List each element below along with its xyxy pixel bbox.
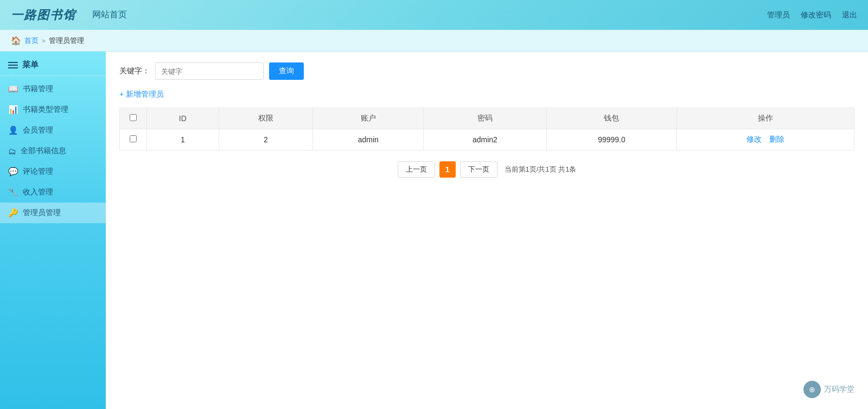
col-checkbox (120, 108, 147, 129)
income-icon: 🔧 (8, 187, 18, 197)
current-page-badge: 1 (439, 161, 456, 178)
books-icon: 📖 (8, 84, 18, 94)
sidebar-item-income-label: 收入管理 (23, 187, 53, 197)
hamburger-icon[interactable] (8, 62, 18, 68)
sidebar-item-comments[interactable]: 💬 评论管理 (0, 161, 106, 182)
row-wallet: 99999.0 (546, 129, 676, 150)
watermark-icon: ⊕ (803, 381, 821, 398)
row-checkbox-cell (120, 129, 147, 150)
sidebar-item-book-types-label: 书籍类型管理 (23, 105, 68, 115)
sidebar-item-all-books[interactable]: 🗂 全部书籍信息 (0, 141, 106, 161)
col-password: 密码 (424, 108, 547, 129)
sidebar-item-comments-label: 评论管理 (23, 167, 53, 177)
main-content: 关键字： 查询 + 新增管理员 ID 权限 账户 密码 钱包 操作 (106, 52, 868, 409)
sidebar-item-income[interactable]: 🔧 收入管理 (0, 182, 106, 203)
breadcrumb-current: 管理员管理 (49, 36, 84, 46)
table-row: 1 2 admin admin2 99999.0 修改 删除 (120, 129, 854, 150)
delete-button[interactable]: 删除 (769, 135, 784, 143)
sidebar: 菜单 📖 书籍管理 📊 书籍类型管理 👤 会员管理 🗂 全部书籍信息 💬 评论管… (0, 52, 106, 409)
row-id: 1 (147, 129, 219, 150)
table-header-row: ID 权限 账户 密码 钱包 操作 (120, 108, 854, 129)
watermark: ⊕ 万码学堂 (803, 381, 854, 398)
admins-icon: 🔑 (8, 208, 18, 218)
sub-header: 🏠 首页 » 管理员管理 (0, 30, 868, 52)
breadcrumb: 🏠 首页 » 管理员管理 (11, 36, 84, 46)
all-books-icon: 🗂 (8, 147, 16, 156)
edit-button[interactable]: 修改 (746, 135, 762, 143)
header-right: 管理员 修改密码 退出 (767, 10, 857, 20)
admin-table: ID 权限 账户 密码 钱包 操作 1 2 admin admin2 (119, 108, 854, 150)
sidebar-menu-title: 菜单 (0, 54, 106, 76)
row-permission: 2 (219, 129, 313, 150)
next-page-button[interactable]: 下一页 (460, 161, 497, 178)
members-icon: 👤 (8, 125, 18, 135)
breadcrumb-home[interactable]: 首页 (24, 36, 39, 46)
top-header: 一路图书馆 网站首页 管理员 修改密码 退出 (0, 0, 868, 30)
page-info: 当前第1页/共1页 共1条 (505, 165, 577, 174)
home-icon: 🏠 (11, 36, 21, 46)
sidebar-item-members-label: 会员管理 (23, 125, 53, 135)
col-account: 账户 (313, 108, 424, 129)
col-permission: 权限 (219, 108, 313, 129)
sidebar-item-members[interactable]: 👤 会员管理 (0, 120, 106, 141)
col-actions: 操作 (677, 108, 854, 129)
sidebar-item-admins[interactable]: 🔑 管理员管理 (0, 203, 106, 223)
logout-link[interactable]: 退出 (842, 10, 857, 20)
search-label: 关键字： (119, 66, 150, 76)
body-layout: 菜单 📖 书籍管理 📊 书籍类型管理 👤 会员管理 🗂 全部书籍信息 💬 评论管… (0, 52, 868, 409)
breadcrumb-sep: » (42, 36, 46, 45)
admin-label: 管理员 (767, 10, 790, 20)
logo-area: 一路图书馆 网站首页 (11, 7, 127, 23)
row-checkbox[interactable] (130, 135, 137, 142)
menu-label: 菜单 (22, 60, 39, 70)
watermark-text: 万码学堂 (824, 385, 854, 394)
logo: 一路图书馆 (11, 7, 76, 23)
search-bar: 关键字： 查询 (119, 62, 854, 80)
sidebar-item-all-books-label: 全部书籍信息 (21, 146, 66, 156)
select-all-checkbox[interactable] (130, 114, 137, 121)
pagination: 上一页 1 下一页 当前第1页/共1页 共1条 (119, 161, 854, 178)
sidebar-item-book-types[interactable]: 📊 书籍类型管理 (0, 99, 106, 120)
add-admin-button[interactable]: + 新增管理员 (119, 90, 164, 99)
row-actions: 修改 删除 (677, 129, 854, 150)
prev-page-button[interactable]: 上一页 (398, 161, 435, 178)
sidebar-item-books[interactable]: 📖 书籍管理 (0, 79, 106, 99)
col-id: ID (147, 108, 219, 129)
book-types-icon: 📊 (8, 105, 18, 115)
site-title: 网站首页 (92, 9, 127, 21)
query-button[interactable]: 查询 (269, 62, 304, 80)
sidebar-item-admins-label: 管理员管理 (23, 208, 61, 218)
sidebar-item-books-label: 书籍管理 (23, 84, 53, 94)
search-input[interactable] (155, 62, 264, 80)
row-account: admin (313, 129, 424, 150)
comments-icon: 💬 (8, 167, 18, 177)
row-password: admin2 (424, 129, 547, 150)
change-password-link[interactable]: 修改密码 (801, 10, 831, 20)
col-wallet: 钱包 (546, 108, 676, 129)
